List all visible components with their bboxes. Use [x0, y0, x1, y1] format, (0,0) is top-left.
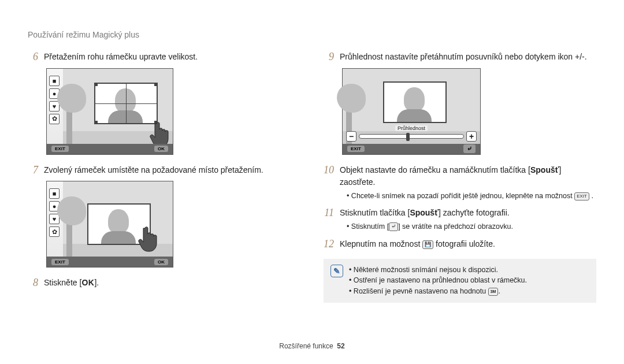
- slider-label: Průhlednost: [395, 125, 428, 131]
- exit-button[interactable]: EXIT: [51, 146, 69, 152]
- illustration-resize-frame: ■ ● ♥ ✿: [46, 68, 300, 155]
- drag-hand-icon: [137, 222, 166, 254]
- note-item: Některé možnosti snímání nejsou k dispoz…: [349, 265, 527, 276]
- right-column: 9 Průhlednost nastavíte přetáhnutím posu…: [324, 51, 596, 303]
- step-number: 9: [324, 51, 334, 64]
- back-icon: [389, 222, 398, 231]
- note-item: Ostření je nastaveno na průhlednou oblas…: [349, 275, 527, 286]
- step-text: Zvolený rámeček umístěte na požadované m…: [44, 164, 300, 177]
- step-note: Chcete-li snímek na pozadí pořídit ještě…: [347, 191, 596, 202]
- ok-button[interactable]: OK: [154, 146, 168, 152]
- save-icon: [422, 240, 433, 249]
- step-11: 11 Stisknutím tlačítka [Spoušť] zachyťte…: [324, 207, 596, 235]
- note-item: Rozlišení je pevně nastaveno na hodnotu …: [349, 286, 527, 297]
- shape-flower-icon[interactable]: ✿: [49, 114, 60, 124]
- exit-icon: EXIT: [574, 192, 589, 200]
- step-number: 6: [28, 51, 38, 64]
- shape-flower-icon[interactable]: ✿: [49, 226, 60, 237]
- footer: Rozšířené funkce 52: [0, 342, 624, 350]
- shape-square-icon[interactable]: ■: [49, 76, 60, 86]
- back-button[interactable]: [463, 144, 476, 153]
- step-number: 7: [28, 164, 38, 177]
- ok-key-icon: OK: [81, 278, 94, 287]
- minus-button[interactable]: −: [346, 131, 356, 142]
- step-text: Stiskněte [OK].: [44, 277, 300, 289]
- step-12: 12 Klepnutím na možnost fotografii uloží…: [324, 238, 596, 251]
- note-box: ✎ Některé možnosti snímání nejsou k disp…: [324, 259, 596, 303]
- exit-button[interactable]: EXIT: [347, 146, 365, 152]
- transparency-slider[interactable]: Průhlednost: [359, 134, 464, 139]
- step-number: 10: [324, 164, 334, 204]
- step-9: 9 Průhlednost nastavíte přetáhnutím posu…: [324, 51, 596, 64]
- step-text: Stisknutím tlačítka [Spoušť] zachyťte fo…: [340, 208, 510, 217]
- step-text: Průhlednost nastavíte přetáhnutím posuvn…: [340, 51, 596, 64]
- page-header: Používání režimu Magický plus: [28, 30, 139, 39]
- step-note: Stisknutím [] se vrátíte na předchozí ob…: [347, 221, 596, 232]
- step-text: Klepnutím na možnost fotografii uložíte.: [340, 238, 596, 251]
- plus-button[interactable]: +: [466, 131, 477, 142]
- step-6: 6 Přetažením rohu rámečku upravte veliko…: [28, 51, 300, 64]
- photo-frame: [383, 81, 447, 123]
- step-number: 12: [324, 238, 334, 251]
- size-icon: [488, 288, 499, 296]
- step-text: Přetažením rohu rámečku upravte velikost…: [44, 51, 300, 64]
- step-number: 8: [28, 277, 38, 289]
- left-column: 6 Přetažením rohu rámečku upravte veliko…: [28, 51, 300, 303]
- ok-button[interactable]: OK: [154, 259, 168, 265]
- step-8: 8 Stiskněte [OK].: [28, 277, 300, 289]
- note-icon: ✎: [330, 265, 343, 277]
- exit-button[interactable]: EXIT: [51, 259, 69, 265]
- step-10: 10 Objekt nastavte do rámečku a namáčknu…: [324, 164, 596, 204]
- step-7: 7 Zvolený rámeček umístěte na požadované…: [28, 164, 300, 177]
- step-number: 11: [324, 207, 334, 235]
- shape-square-icon[interactable]: ■: [49, 188, 60, 199]
- step-text: Objekt nastavte do rámečku a namáčknutím…: [340, 165, 561, 187]
- illustration-transparency: 1 💾 3м − Průhlednost: [342, 68, 596, 155]
- illustration-move-frame: ■ ● ♥ ✿ EXIT OK: [46, 181, 300, 268]
